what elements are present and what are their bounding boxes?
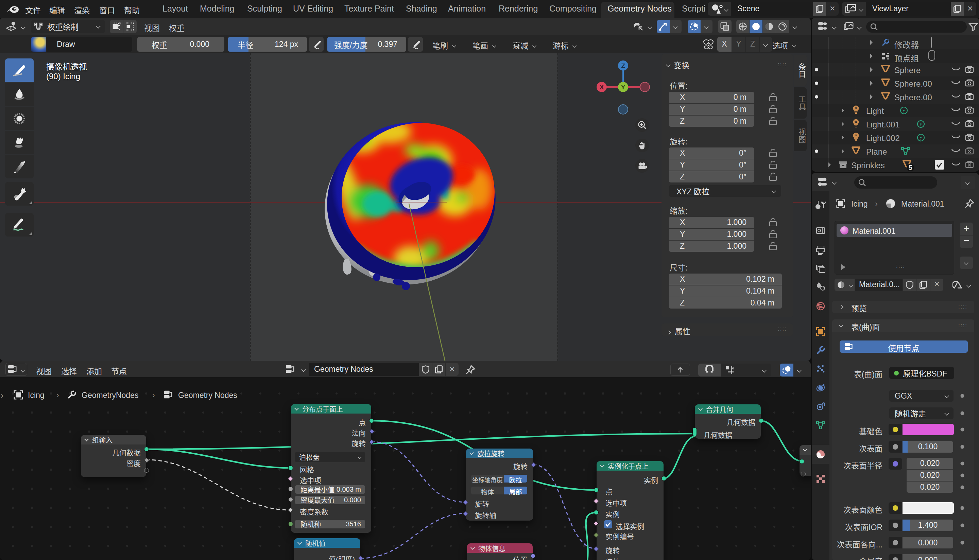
svg-text:X: X [600,83,604,91]
svg-text:5: 5 [908,164,912,171]
svg-text:Y: Y [621,83,625,91]
svg-text:Z: Z [621,62,625,69]
